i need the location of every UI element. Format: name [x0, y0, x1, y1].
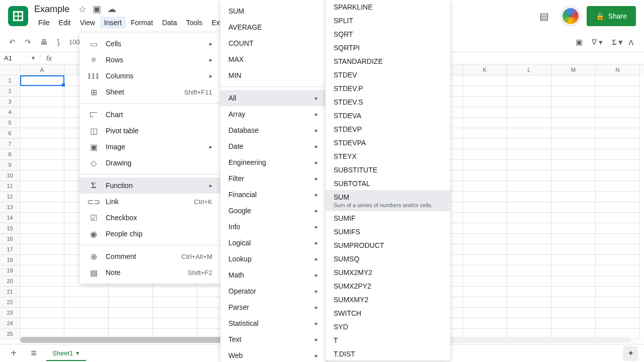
cell[interactable] — [551, 297, 596, 308]
menubar-item-edit[interactable]: Edit — [55, 17, 75, 29]
cell[interactable] — [596, 255, 640, 265]
cell[interactable] — [463, 244, 507, 255]
cell[interactable] — [507, 139, 551, 149]
function-item-stdev-p[interactable]: STDEV.P — [326, 81, 450, 95]
menu-item-min[interactable]: MIN — [220, 67, 326, 83]
functions-icon[interactable]: Σ ▾ — [609, 36, 625, 49]
cell[interactable] — [507, 213, 551, 223]
cell[interactable] — [507, 75, 551, 86]
function-item-stdev-s[interactable]: STDEV.S — [326, 95, 450, 109]
cell[interactable] — [20, 276, 64, 287]
function-item-t-dist[interactable]: T.DIST — [326, 347, 450, 360]
collapse-toolbar-icon[interactable]: ʌ — [628, 37, 638, 48]
row-header[interactable]: 7 — [0, 139, 20, 149]
star-icon[interactable]: ☆ — [78, 4, 87, 15]
sheet-tab[interactable]: Sheet1 ▼ — [46, 345, 86, 361]
function-item-sum[interactable]: SUMSum of a series of numbers and/or cel… — [326, 190, 450, 211]
cell[interactable] — [596, 75, 640, 86]
cell[interactable] — [20, 128, 64, 139]
cell[interactable] — [551, 170, 596, 181]
cell[interactable] — [596, 86, 640, 97]
row-header[interactable]: 24 — [0, 318, 20, 329]
function-item-sumx2my2[interactable]: SUMX2MY2 — [326, 265, 450, 279]
row-header[interactable]: 22 — [0, 297, 20, 308]
menu-item-count[interactable]: COUNT — [220, 35, 326, 51]
cell[interactable] — [153, 308, 197, 318]
cell[interactable] — [463, 149, 507, 160]
cloud-icon[interactable]: ☁ — [107, 4, 116, 15]
cell[interactable] — [551, 223, 596, 234]
function-item-sparkline[interactable]: SPARKLINE — [326, 0, 450, 14]
cell[interactable] — [20, 86, 64, 97]
cell[interactable] — [20, 139, 64, 149]
cell[interactable] — [20, 244, 64, 255]
row-header[interactable]: 3 — [0, 97, 20, 107]
cell[interactable] — [64, 318, 109, 329]
cell[interactable] — [463, 265, 507, 276]
cell[interactable] — [64, 308, 109, 318]
cell[interactable] — [463, 107, 507, 118]
cell[interactable] — [596, 244, 640, 255]
undo-icon[interactable]: ↶ — [6, 36, 19, 49]
menu-item-sheet[interactable]: ⊞SheetShift+F11 — [79, 84, 220, 100]
menu-item-pivot-table[interactable]: ◫Pivot table — [79, 123, 220, 139]
cell[interactable] — [596, 192, 640, 202]
cell[interactable] — [507, 265, 551, 276]
menu-item-sum[interactable]: SUM — [220, 3, 326, 19]
column-header[interactable]: M — [551, 64, 596, 75]
cell[interactable] — [596, 97, 640, 107]
cell[interactable] — [153, 297, 197, 308]
cell[interactable] — [463, 192, 507, 202]
cell[interactable] — [463, 234, 507, 244]
menu-item-average[interactable]: AVERAGE — [220, 19, 326, 35]
meet-call-icon[interactable]: ▼ — [561, 7, 580, 25]
menu-item-checkbox[interactable]: ☑Checkbox — [79, 210, 220, 226]
cell[interactable] — [551, 128, 596, 139]
cell[interactable] — [20, 192, 64, 202]
cell[interactable] — [20, 149, 64, 160]
cell[interactable] — [551, 160, 596, 170]
cell[interactable] — [551, 318, 596, 329]
menu-item-comment[interactable]: ⊕CommentCtrl+Alt+M — [79, 248, 220, 264]
cell[interactable] — [463, 75, 507, 86]
cell[interactable] — [507, 192, 551, 202]
filter-icon[interactable]: ∇ ▾ — [589, 36, 606, 49]
menu-item-info[interactable]: Info▸ — [220, 219, 326, 235]
cell[interactable] — [463, 118, 507, 128]
cell[interactable] — [20, 234, 64, 244]
cell[interactable] — [20, 107, 64, 118]
cell[interactable] — [551, 181, 596, 192]
menubar-item-format[interactable]: Format — [127, 17, 157, 29]
menubar-item-view[interactable]: View — [76, 17, 99, 29]
cell[interactable] — [463, 181, 507, 192]
menu-item-function[interactable]: ΣFunction▸ — [79, 177, 220, 194]
cell[interactable] — [507, 318, 551, 329]
cell[interactable] — [551, 213, 596, 223]
cell[interactable] — [20, 297, 64, 308]
menu-item-statistical[interactable]: Statistical▸ — [220, 315, 326, 331]
cell[interactable] — [20, 170, 64, 181]
menu-item-drawing[interactable]: ◇Drawing — [79, 155, 220, 171]
row-header[interactable]: 15 — [0, 223, 20, 234]
cell[interactable] — [463, 297, 507, 308]
function-item-stdev[interactable]: STDEV — [326, 68, 450, 81]
row-header[interactable]: 17 — [0, 244, 20, 255]
cell[interactable] — [109, 318, 153, 329]
cell[interactable] — [551, 265, 596, 276]
cell[interactable] — [596, 160, 640, 170]
function-item-standardize[interactable]: STANDARDIZE — [326, 54, 450, 68]
cell[interactable] — [507, 160, 551, 170]
cell[interactable] — [109, 308, 153, 318]
cell[interactable] — [20, 255, 64, 265]
menu-item-math[interactable]: Math▸ — [220, 267, 326, 283]
cell-reference[interactable]: A1 ▼ — [0, 54, 40, 62]
row-header[interactable]: 14 — [0, 213, 20, 223]
menu-item-database[interactable]: Database▸ — [220, 122, 326, 138]
cell[interactable] — [551, 308, 596, 318]
menu-item-rows[interactable]: ≡Rows▸ — [79, 52, 220, 68]
function-item-sqrtpi[interactable]: SQRTPI — [326, 41, 450, 54]
cell[interactable] — [551, 255, 596, 265]
cell[interactable] — [463, 213, 507, 223]
menu-item-parser[interactable]: Parser▸ — [220, 299, 326, 315]
cell[interactable] — [596, 149, 640, 160]
